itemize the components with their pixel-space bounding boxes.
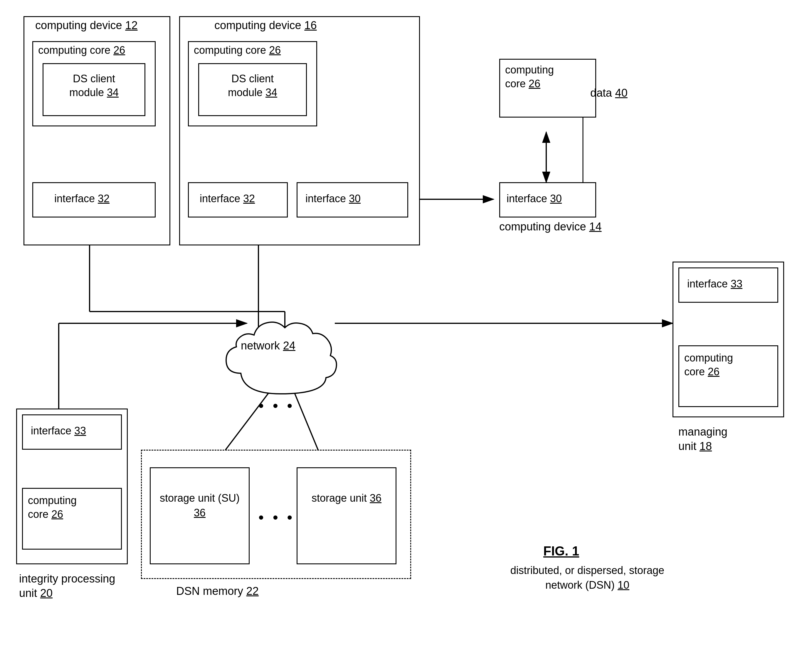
network-label: network 24 (241, 340, 295, 352)
computing-core-26-d14-label: computingcore 26 (505, 63, 554, 91)
fig-desc2: network (DSN) 10 (511, 579, 664, 591)
interface-32-d12-label: interface 32 (54, 193, 110, 205)
ds-client-34-d12-label: DS clientmodule 34 (59, 72, 129, 100)
computing-core-26-mu18-label: computingcore 26 (684, 351, 733, 379)
fig-label: FIG. 1 (543, 544, 579, 559)
computing-core-26-d16-label: computing core 26 (194, 44, 281, 57)
computing-core-26-d12-label: computing core 26 (38, 44, 125, 57)
fig-desc1: distributed, or dispersed, storage (499, 564, 675, 577)
interface-30-d16-label: interface 30 (305, 193, 361, 205)
computing-device-14-label: computing device 14 (499, 220, 602, 233)
computing-device-12-label: computing device 12 (35, 19, 138, 32)
ds-client-34-d16-label: DS clientmodule 34 (214, 72, 291, 100)
storage-unit-left-label: storage unit (SU)36 (157, 491, 242, 520)
cloud-svg (214, 309, 346, 409)
interface-30-d14-label: interface 30 (507, 193, 562, 205)
storage-dots: • • • (258, 508, 295, 526)
integrity-unit-20-label: integrity processingunit 20 (19, 572, 115, 601)
interface-33-iu20-label: interface 33 (31, 425, 86, 437)
interface-32-d16-label: interface 32 (200, 193, 255, 205)
interface-33-mu18-label: interface 33 (687, 278, 742, 290)
diagram-container: computing device 12 computing core 26 DS… (0, 0, 812, 646)
computing-core-26-iu20-label: computingcore 26 (28, 494, 77, 521)
storage-unit-right-label: storage unit 36 (304, 491, 389, 505)
computing-device-12-number: 12 (125, 19, 137, 31)
storage-unit-right-box (297, 467, 397, 564)
managing-unit-18-label: managingunit 18 (678, 425, 727, 454)
network-dots: • • • (258, 397, 295, 415)
dsn-memory-label: DSN memory 22 (176, 585, 259, 597)
data-40-label: data 40 (590, 87, 627, 100)
computing-device-16-label: computing device 16 (214, 19, 317, 32)
network-cloud (214, 309, 346, 409)
